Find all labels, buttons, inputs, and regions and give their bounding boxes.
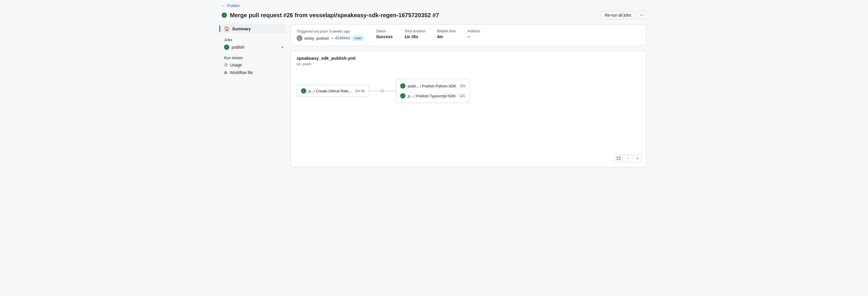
flow-connector (369, 89, 396, 93)
sidebar-job-label: publish (231, 45, 244, 50)
info-row: Triggered via push 3 weeks ago z zkirby … (297, 29, 640, 41)
arrow-icon: ⊸ (331, 36, 333, 40)
back-link-label: Publish (227, 3, 240, 8)
title-left: ✓ Merge pull request #26 from vesselapi/… (222, 12, 439, 19)
node2-duration: 16s (460, 84, 465, 88)
svg-rect-2 (617, 159, 618, 160)
pushed-by: zkirby pushed (304, 36, 329, 40)
run-details-section: Run details ⏱ Usage ⚙ Workflow file (222, 54, 286, 76)
node2-label: publi... / Publish Python SDK (408, 84, 456, 88)
node1-duration: 1m 4s (355, 89, 365, 93)
chevron-down-icon: ▾ (282, 45, 283, 49)
zoom-out-icon: − (627, 156, 629, 161)
zoom-out-button[interactable]: − (624, 154, 632, 162)
node2-success-icon: ✓ (400, 83, 405, 89)
flow-node-2[interactable]: ✓ publi... / Publish Python SDK 16s (400, 82, 465, 90)
node1-label: p.../ Create Github Rele... (309, 89, 351, 93)
duration-label: Total duration (404, 29, 425, 33)
zoom-controls: − + (615, 154, 641, 162)
title-row: ✓ Merge pull request #26 from vesselapi/… (222, 11, 646, 20)
run-details-section-label: Run details (222, 54, 286, 61)
duration-value: 1m 35s (404, 34, 425, 39)
svg-rect-3 (619, 159, 620, 160)
run-success-icon: ✓ (222, 12, 227, 18)
connector-line-2 (384, 91, 396, 91)
back-link[interactable]: ← Publish (222, 3, 646, 8)
artifacts-col: Artifacts – (468, 29, 480, 39)
status-value: Success (376, 34, 393, 39)
main-content: Triggered via push 3 weeks ago z zkirby … (290, 24, 646, 167)
page-title: Merge pull request #26 from vesselapi/sp… (230, 12, 439, 19)
workflow-card: speakeasy_sdk_publish.yml on: push ✓ p..… (290, 51, 646, 167)
trigger-info: Triggered via push 3 weeks ago z zkirby … (297, 29, 364, 41)
branch-badge[interactable]: main (351, 36, 364, 41)
flow-node-group: ✓ publi... / Publish Python SDK 16s ✓ p.… (396, 79, 470, 103)
sidebar: 🏠 Summary Jobs ✓ publish ▾ Run details ⏱… (222, 24, 286, 76)
flow-node-3[interactable]: ✓ p... / Publish Typescript SDK 12s (400, 92, 465, 100)
back-arrow-icon: ← (222, 3, 225, 8)
connector-line (369, 91, 381, 91)
info-card: Triggered via push 3 weeks ago z zkirby … (290, 24, 646, 46)
sidebar-item-usage[interactable]: ⏱ Usage (222, 61, 286, 69)
artifacts-label: Artifacts (468, 29, 480, 33)
flow-diagram: ✓ p.../ Create Github Rele... 1m 4s ✓ (297, 73, 640, 109)
connector-dot (381, 89, 384, 93)
svg-rect-0 (617, 157, 618, 158)
zoom-in-icon: + (636, 156, 639, 161)
trigger-label: Triggered via push 3 weeks ago (297, 29, 364, 33)
rerun-all-jobs-button[interactable]: Re-run all jobs (601, 11, 635, 20)
home-icon: 🏠 (224, 26, 230, 31)
usage-label: Usage (230, 63, 242, 67)
fit-zoom-button[interactable] (615, 154, 623, 162)
node3-duration: 12s (459, 94, 465, 98)
flow-node-1[interactable]: ✓ p.../ Create Github Rele... 1m 4s (297, 85, 369, 97)
node3-success-icon: ✓ (400, 93, 405, 98)
node3-label: p... / Publish Typescript SDK (408, 94, 456, 98)
jobs-section-label: Jobs (222, 36, 286, 43)
sidebar-job-left: ✓ publish (224, 44, 244, 50)
status-col: Status Success (376, 29, 393, 39)
sidebar-item-workflow-file[interactable]: ⚙ Workflow file (222, 69, 286, 76)
sidebar-item-publish[interactable]: ✓ publish ▾ (222, 43, 286, 51)
more-options-button[interactable]: ··· (637, 11, 646, 20)
title-actions: Re-run all jobs ··· (601, 11, 646, 20)
job-success-icon: ✓ (224, 44, 229, 50)
artifacts-value: – (468, 34, 480, 39)
duration-col: Total duration 1m 35s (404, 29, 425, 39)
sidebar-summary-label: Summary (232, 27, 251, 31)
billable-value: 4m (437, 34, 456, 39)
status-label: Status (376, 29, 393, 33)
workflow-trigger: on: push (297, 62, 640, 66)
zoom-in-button[interactable]: + (633, 154, 641, 162)
workflow-icon: ⚙ (224, 70, 227, 75)
billable-col: Billable time 4m (437, 29, 456, 39)
sidebar-item-summary[interactable]: 🏠 Summary (222, 24, 286, 33)
node1-success-icon: ✓ (301, 88, 306, 94)
avatar: z (297, 35, 303, 41)
trigger-details: z zkirby pushed ⊸ d54094d main (297, 35, 364, 41)
commit-hash[interactable]: d54094d (335, 36, 350, 40)
username: zkirby (304, 36, 314, 40)
workflow-filename: speakeasy_sdk_publish.yml (297, 56, 640, 61)
pushed-label: pushed (316, 36, 329, 40)
content-area: 🏠 Summary Jobs ✓ publish ▾ Run details ⏱… (222, 24, 646, 167)
clock-icon: ⏱ (224, 63, 228, 67)
billable-label: Billable time (437, 29, 456, 33)
workflow-file-label: Workflow file (230, 70, 253, 75)
svg-rect-1 (619, 157, 620, 158)
